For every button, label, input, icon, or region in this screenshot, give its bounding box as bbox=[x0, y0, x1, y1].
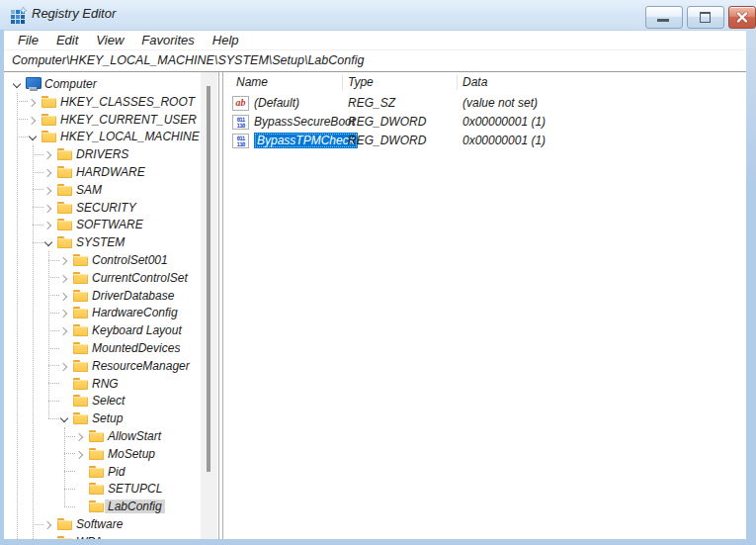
tree-item-label[interactable]: ControlSet001 bbox=[89, 253, 171, 267]
tree-item-label[interactable]: SETUPCL bbox=[105, 482, 165, 496]
tree-item-label[interactable]: Software bbox=[73, 517, 126, 531]
chevron-right-icon[interactable] bbox=[59, 256, 68, 265]
chevron-right-icon[interactable] bbox=[59, 326, 68, 335]
tree-scrollbar[interactable] bbox=[201, 72, 217, 539]
tree-item-label[interactable]: HKEY_LOCAL_MACHINE bbox=[57, 130, 203, 143]
value-row-default[interactable]: ab(Default)REG_SZ(value not set) bbox=[223, 94, 747, 113]
value-name-cell[interactable]: BypassSecureBoot bbox=[254, 115, 355, 129]
tree-item-label[interactable]: ResourceManager bbox=[89, 359, 193, 373]
tree-item-currentcontrolset[interactable]: CurrentControlSet bbox=[4, 269, 202, 287]
tree-item-software[interactable]: Software bbox=[4, 515, 202, 533]
menu-item-favorites[interactable]: Favorites bbox=[132, 31, 203, 50]
chevron-right-icon[interactable] bbox=[59, 309, 68, 318]
value-name[interactable]: (Default) bbox=[254, 96, 299, 110]
tree-item-label[interactable]: Pid bbox=[105, 465, 127, 479]
column-header-data[interactable]: Data bbox=[462, 75, 487, 89]
chevron-down-icon[interactable] bbox=[59, 414, 68, 423]
value-name-cell[interactable]: (Default) bbox=[254, 96, 299, 110]
tree-item-label[interactable]: Setup bbox=[89, 411, 126, 425]
tree-item-rng[interactable]: RNG bbox=[4, 375, 202, 393]
tree-item-label[interactable]: DriverDatabase bbox=[89, 289, 177, 303]
tree-item-labconfig[interactable]: LabConfig bbox=[4, 498, 202, 515]
tree-item-label[interactable]: HKEY_CLASSES_ROOT bbox=[57, 95, 198, 109]
menu-item-help[interactable]: Help bbox=[204, 31, 248, 50]
minimize-button[interactable] bbox=[645, 6, 683, 29]
tree-item-label[interactable]: SECURITY bbox=[73, 201, 139, 215]
tree-item-controlset001[interactable]: ControlSet001 bbox=[4, 251, 202, 269]
tree-item-pid[interactable]: Pid bbox=[4, 463, 202, 481]
tree-scrollbar-thumb[interactable] bbox=[207, 86, 210, 472]
tree-item-hkey-classes-root[interactable]: HKEY_CLASSES_ROOT bbox=[4, 93, 202, 111]
tree-item-label[interactable]: CurrentControlSet bbox=[89, 271, 191, 285]
tree-item-drivers[interactable]: DRIVERS bbox=[4, 145, 202, 163]
chevron-right-icon[interactable] bbox=[28, 98, 37, 107]
window-frame-left bbox=[0, 30, 4, 545]
close-button[interactable] bbox=[728, 6, 756, 29]
chevron-right-icon[interactable] bbox=[43, 150, 52, 159]
tree-item-resourcemanager[interactable]: ResourceManager bbox=[4, 357, 202, 375]
tree-item-driverdatabase[interactable]: DriverDatabase bbox=[4, 287, 202, 305]
menu-item-view[interactable]: View bbox=[87, 31, 132, 50]
tree-item-hardwareconfig[interactable]: HardwareConfig bbox=[4, 304, 202, 321]
chevron-right-icon[interactable] bbox=[43, 186, 52, 195]
column-separator[interactable] bbox=[342, 74, 343, 90]
tree-item-label[interactable]: HARDWARE bbox=[73, 165, 148, 179]
tree-item-software[interactable]: SOFTWARE bbox=[4, 216, 202, 233]
column-separator[interactable] bbox=[457, 74, 458, 90]
tree-item-label[interactable]: HKEY_CURRENT_USER bbox=[57, 113, 200, 127]
tree-item-label[interactable]: SAM bbox=[73, 183, 105, 197]
tree-item-label[interactable]: DRIVERS bbox=[73, 147, 131, 161]
folder-icon bbox=[73, 254, 88, 266]
chevron-down-icon[interactable] bbox=[12, 80, 21, 89]
chevron-right-icon[interactable] bbox=[59, 274, 68, 283]
chevron-down-icon[interactable] bbox=[43, 238, 52, 247]
chevron-right-icon[interactable] bbox=[43, 204, 52, 213]
tree-item-allowstart[interactable]: AllowStart bbox=[4, 427, 202, 445]
tree-item-keyboard-layout[interactable]: Keyboard Layout bbox=[4, 321, 202, 339]
chevron-right-icon[interactable] bbox=[43, 520, 52, 529]
tree-item-mosetup[interactable]: MoSetup bbox=[4, 445, 202, 463]
value-row-bypasssecureboot[interactable]: 011110BypassSecureBootREG_DWORD0x0000000… bbox=[223, 113, 747, 132]
tree-item-label[interactable]: Keyboard Layout bbox=[89, 323, 185, 337]
tree-item-label[interactable]: AllowStart bbox=[105, 429, 164, 443]
chevron-right-icon[interactable] bbox=[59, 362, 68, 371]
column-header-name[interactable]: Name bbox=[236, 75, 268, 89]
chevron-right-icon[interactable] bbox=[43, 168, 52, 177]
chevron-right-icon[interactable] bbox=[43, 221, 52, 229]
tree-item-hkey-current-user[interactable]: HKEY_CURRENT_USER bbox=[4, 111, 202, 129]
chevron-down-icon[interactable] bbox=[28, 133, 37, 141]
address-bar[interactable]: Computer\HKEY_LOCAL_MACHINE\SYSTEM\Setup… bbox=[4, 50, 746, 71]
tree-item-label[interactable]: Select bbox=[89, 394, 127, 408]
tree-item-label[interactable]: RNG bbox=[89, 377, 122, 391]
tree-item-sam[interactable]: SAM bbox=[4, 181, 202, 199]
menu-item-file[interactable]: File bbox=[9, 31, 47, 50]
title-bar[interactable]: Registry Editor bbox=[0, 0, 756, 31]
tree-item-label[interactable]: Computer bbox=[42, 77, 100, 91]
tree-item-label[interactable]: MoSetup bbox=[105, 447, 158, 461]
tree-item-hardware[interactable]: HARDWARE bbox=[4, 163, 202, 181]
tree-item-hkey-local-machine[interactable]: HKEY_LOCAL_MACHINE bbox=[4, 128, 202, 145]
column-header-type[interactable]: Type bbox=[348, 75, 374, 89]
value-name[interactable]: BypassTPMCheck bbox=[254, 133, 358, 148]
chevron-right-icon[interactable] bbox=[75, 450, 84, 459]
tree-item-mounteddevices[interactable]: MountedDevices bbox=[4, 339, 202, 357]
tree-item-label[interactable]: SOFTWARE bbox=[73, 218, 146, 231]
tree-item-computer[interactable]: Computer bbox=[4, 75, 202, 93]
tree-item-label[interactable]: MountedDevices bbox=[89, 341, 183, 355]
value-row-bypasstpmcheck[interactable]: 011110BypassTPMCheckREG_DWORD0x00000001 … bbox=[223, 132, 747, 150]
value-name-cell[interactable]: BypassTPMCheck bbox=[254, 134, 358, 147]
tree-item-setup[interactable]: Setup bbox=[4, 409, 202, 427]
maximize-button[interactable] bbox=[687, 6, 724, 29]
tree-item-label[interactable]: SYSTEM bbox=[73, 235, 127, 249]
tree-item-system[interactable]: SYSTEM bbox=[4, 233, 202, 251]
tree-item-label[interactable]: HardwareConfig bbox=[89, 306, 181, 319]
chevron-right-icon[interactable] bbox=[75, 432, 84, 441]
menu-item-edit[interactable]: Edit bbox=[47, 31, 87, 50]
tree-item-setupcl[interactable]: SETUPCL bbox=[4, 480, 202, 498]
chevron-right-icon[interactable] bbox=[59, 292, 68, 301]
tree-item-security[interactable]: SECURITY bbox=[4, 199, 202, 217]
value-name[interactable]: BypassSecureBoot bbox=[254, 115, 355, 129]
tree-item-label[interactable]: LabConfig bbox=[105, 500, 165, 513]
tree-item-select[interactable]: Select bbox=[4, 392, 202, 409]
chevron-right-icon[interactable] bbox=[28, 116, 37, 125]
